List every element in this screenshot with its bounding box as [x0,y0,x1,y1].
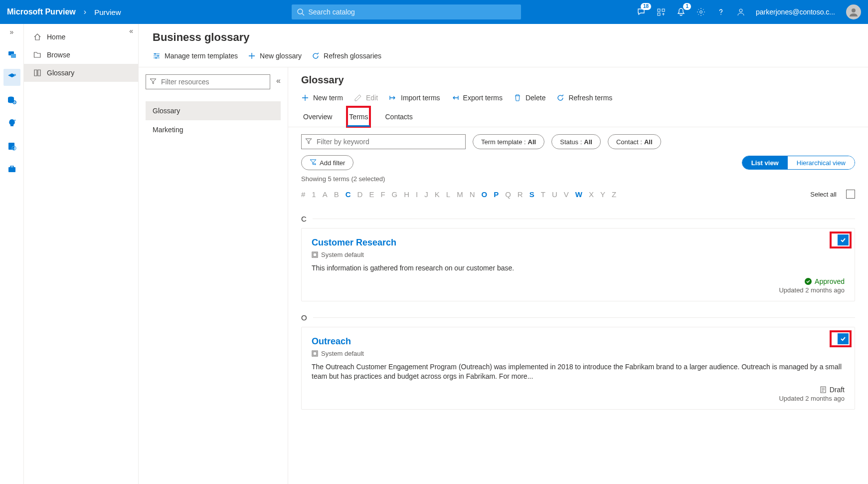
pencil-icon [354,94,362,102]
svg-point-5 [700,11,702,13]
tab-terms[interactable]: Terms [347,107,370,127]
hierarchical-view-button[interactable]: Hierarchical view [788,156,855,169]
alpha-I[interactable]: I [416,190,418,199]
updated-label: Updated 2 months ago [779,395,845,402]
mtool-label: New term [313,94,343,102]
sidebar-item-browse[interactable]: Browse [24,46,138,64]
term-card[interactable]: OutreachSystem defaultThe Outreach Custo… [301,327,855,410]
alpha-A[interactable]: A [323,190,328,199]
alpha-T[interactable]: T [541,190,545,199]
alpha-#[interactable]: # [301,190,305,199]
alpha-U[interactable]: U [552,190,557,199]
rail-item-sources[interactable] [3,46,20,63]
sidebar-item-label: Glossary [47,69,74,77]
catalog-icon[interactable] [656,7,666,17]
alpha-X[interactable]: X [589,190,594,199]
filter-resources-input[interactable] [146,74,270,89]
alpha-L[interactable]: L [446,190,450,199]
alpha-1[interactable]: 1 [312,190,316,199]
alpha-Q[interactable]: Q [505,190,511,199]
alpha-K[interactable]: K [435,190,440,199]
page-toolbar: Manage term templates New glossary Refre… [139,48,868,67]
breadcrumb-item[interactable]: Purview [94,8,121,16]
help-icon[interactable] [716,7,726,17]
refresh-icon [556,94,564,102]
select-all-checkbox[interactable] [846,190,855,199]
term-title[interactable]: Customer Research [312,238,845,248]
svg-point-10 [14,74,16,76]
alpha-W[interactable]: W [575,190,582,199]
tab-overview[interactable]: Overview [301,107,334,127]
refresh-terms-button[interactable]: Refresh terms [556,94,612,102]
alpha-V[interactable]: V [564,190,569,199]
alpha-G[interactable]: G [392,190,398,199]
svg-rect-22 [313,253,317,256]
new-glossary-button[interactable]: New glossary [248,52,302,60]
alpha-O[interactable]: O [481,190,487,199]
rail-item-catalog[interactable] [3,69,20,86]
avatar[interactable] [846,4,861,19]
export-terms-button[interactable]: Export terms [451,94,503,102]
sidebar-collapse-icon[interactable]: « [129,27,133,35]
term-card[interactable]: Customer ResearchSystem defaultThis info… [301,228,855,301]
tree-collapse-icon[interactable]: « [276,76,281,85]
rail-item-policy[interactable] [3,138,20,155]
notification-icon[interactable]: 1 [676,7,686,17]
alpha-R[interactable]: R [518,190,523,199]
alpha-P[interactable]: P [494,190,499,199]
sidebar-item-home[interactable]: Home [24,28,138,46]
feedback-icon[interactable]: 18 [636,7,646,17]
alpha-J[interactable]: J [424,190,428,199]
home-icon [33,32,42,41]
alpha-F[interactable]: F [380,190,385,199]
alpha-Z[interactable]: Z [612,190,616,199]
tree-item-marketing[interactable]: Marketing [146,120,281,139]
term-list: CCustomer ResearchSystem defaultThis inf… [288,203,868,484]
delete-button[interactable]: Delete [514,94,545,102]
person-icon[interactable] [736,7,746,17]
alpha-S[interactable]: S [529,190,534,199]
user-email[interactable]: parkerjones@contoso.c... [756,8,835,16]
tree-item-label: Marketing [153,126,183,134]
checkbox-checked[interactable] [838,333,849,344]
brand-name[interactable]: Microsoft Purview [7,7,76,16]
tab-contacts[interactable]: Contacts [383,107,414,127]
tool-label: Refresh glossaries [324,52,381,60]
list-view-button[interactable]: List view [742,156,788,169]
refresh-glossaries-button[interactable]: Refresh glossaries [312,52,381,60]
term-title[interactable]: Outreach [312,336,845,347]
alpha-C[interactable]: C [346,190,351,199]
section-header: O [301,313,855,322]
mtool-label: Export terms [463,94,503,102]
checkbox-checked[interactable] [838,235,849,245]
alpha-E[interactable]: E [369,190,374,199]
alpha-B[interactable]: B [334,190,339,199]
settings-icon[interactable] [696,7,706,17]
add-filter-button[interactable]: Add filter [301,155,353,170]
alpha-N[interactable]: N [470,190,475,199]
rail-item-management[interactable] [3,161,20,178]
rail-expand-icon[interactable]: » [10,28,14,36]
import-terms-button[interactable]: Import terms [389,94,440,102]
alpha-Y[interactable]: Y [600,190,605,199]
folder-icon [33,50,42,59]
svg-point-14 [14,120,15,121]
manage-templates-button[interactable]: Manage term templates [153,52,238,60]
sidebar-item-glossary[interactable]: Glossary [24,64,138,82]
status-badge: Draft [820,386,845,394]
alpha-H[interactable]: H [404,190,409,199]
alpha-D[interactable]: D [357,190,363,199]
alpha-M[interactable]: M [457,190,463,199]
term-description: The Outreach Customer Engagement Program… [312,362,845,382]
rail-item-data[interactable] [3,92,20,109]
rail-item-insights[interactable] [3,115,20,132]
filter-contact-pill[interactable]: Contact :All [608,134,661,149]
filter-keyword-input[interactable] [301,134,466,149]
filter-template-pill[interactable]: Term template :All [473,134,544,149]
search-input[interactable] [292,4,521,19]
tree-item-glossary[interactable]: Glossary [146,101,281,120]
filter-status-pill[interactable]: Status :All [551,134,601,149]
tab-label: Contacts [385,113,412,121]
new-term-button[interactable]: New term [301,94,343,102]
term-template: System default [312,251,845,258]
